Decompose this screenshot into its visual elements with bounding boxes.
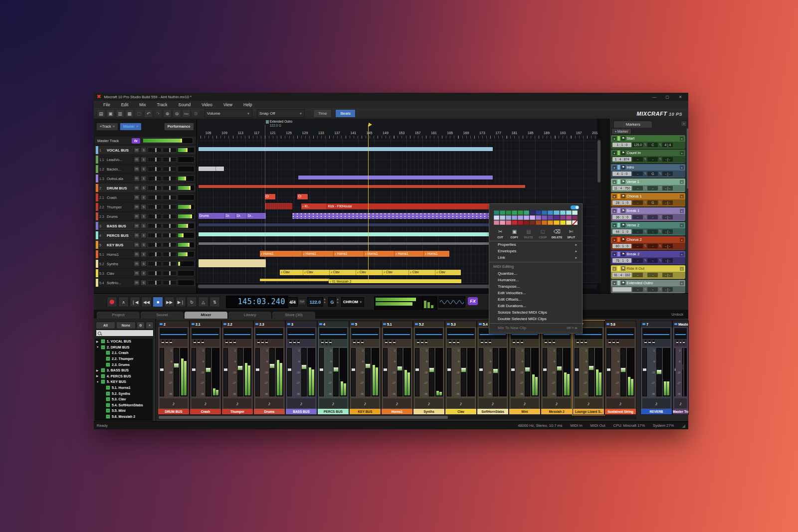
send-slider[interactable] <box>485 340 487 345</box>
spinner-icon[interactable]: ⇅ <box>644 273 646 277</box>
solo-button[interactable]: s <box>141 280 147 286</box>
spinner-icon[interactable]: ⇅ <box>659 157 661 162</box>
search-input[interactable] <box>96 330 154 337</box>
volume-slider[interactable] <box>148 185 162 190</box>
add-track-button[interactable]: +Track≡ <box>96 123 118 131</box>
solo-button[interactable]: s <box>141 242 147 248</box>
solo-button[interactable]: s <box>141 194 147 200</box>
menu-item-double-selected-midi-clips[interactable]: Double Selected MIDI Clips <box>489 316 582 322</box>
tree-item-4-percs-bus[interactable]: ▶4. PERCS BUS <box>95 373 153 379</box>
mute-button[interactable]: m <box>134 280 140 286</box>
expand-icon[interactable]: ▸ <box>612 281 616 285</box>
mute-button[interactable]: m <box>134 204 140 210</box>
send-slider[interactable] <box>417 340 419 345</box>
clip[interactable] <box>199 259 266 267</box>
marker-position-field[interactable]: 36 : 1 : 0 <box>612 215 631 219</box>
send-slider[interactable] <box>298 340 299 345</box>
color-swatch[interactable] <box>494 215 499 220</box>
trim-fader[interactable] <box>447 348 451 396</box>
track-row-crash[interactable]: 2.1Crashms <box>95 193 196 202</box>
volume-fader[interactable] <box>365 348 371 396</box>
tempo-display[interactable]: 122.0 <box>307 297 323 307</box>
track-row-key-bus[interactable]: 5KEY BUSms <box>95 240 196 249</box>
track-row-percs-bus[interactable]: 4PERCS BUSms <box>95 231 196 240</box>
color-swatch[interactable] <box>542 210 547 215</box>
clip[interactable] <box>199 185 525 188</box>
expand-icon[interactable]: ▸ <box>612 151 616 155</box>
eq-display[interactable] <box>160 328 188 339</box>
fast-forward-button[interactable]: ▶▶ <box>164 297 175 307</box>
solo-button[interactable]: s <box>141 261 147 267</box>
clip[interactable] <box>199 147 493 151</box>
resize-grip[interactable]: ◢ <box>682 423 685 428</box>
solo-button[interactable]: s <box>141 147 147 153</box>
pan-slider[interactable] <box>163 271 177 276</box>
send-slider[interactable] <box>585 340 587 345</box>
fx-button[interactable]: fx <box>132 138 140 144</box>
send-slider[interactable] <box>453 340 455 345</box>
spinner-icon[interactable]: ⇅ <box>644 143 646 147</box>
chevron-right-icon[interactable]: ▶ <box>96 369 99 372</box>
track-row-softho[interactable]: 5.4SoftHo...ms <box>95 278 196 287</box>
trim-fader[interactable] <box>543 348 547 396</box>
tree-item-5-3-clav[interactable]: 5.3. Clav <box>95 396 153 402</box>
color-swatch[interactable] <box>530 210 535 215</box>
send-slider[interactable] <box>617 340 618 345</box>
new-project-icon[interactable]: ▤ <box>97 109 105 118</box>
marker-signature-field[interactable]: 4 | 4 <box>662 143 673 147</box>
cut-button[interactable]: ✂CUT <box>494 229 507 239</box>
send-slider[interactable] <box>354 340 355 345</box>
marker-tempo-field[interactable]: - <box>632 200 643 205</box>
checkbox-icon[interactable] <box>106 351 110 355</box>
checkbox-icon[interactable] <box>101 379 105 384</box>
send-slider[interactable] <box>262 340 263 345</box>
pan-slider[interactable] <box>163 233 177 238</box>
clip-cr[interactable]: Cr <box>297 194 308 199</box>
expand-icon[interactable]: ▸ <box>612 180 616 184</box>
color-swatch[interactable] <box>494 210 499 215</box>
menu-item-edit-offsets[interactable]: Edit Offsets... <box>489 296 582 303</box>
trim-fader[interactable] <box>255 348 260 396</box>
spinner-icon[interactable]: ⇅ <box>659 287 661 292</box>
send-slider[interactable] <box>425 340 427 345</box>
clip-clav[interactable]: ♪ Clav <box>356 270 384 275</box>
volume-fader[interactable] <box>301 348 307 396</box>
marker-signature-field[interactable]: - | - <box>662 215 673 219</box>
no-color-swatch[interactable] <box>572 220 578 225</box>
trim-fader[interactable] <box>351 348 356 396</box>
pan-slider[interactable] <box>163 252 177 257</box>
record-button[interactable] <box>107 297 117 307</box>
checkbox-icon[interactable] <box>106 391 110 396</box>
tab-library[interactable]: Library <box>228 312 271 319</box>
color-swatch[interactable] <box>554 210 559 215</box>
clip-horns1[interactable]: ♪ Horns1 <box>302 251 335 257</box>
marker-key-field[interactable]: - <box>647 186 658 190</box>
master-track-row[interactable]: Master Track fx <box>95 137 196 145</box>
mixer-strip-messiah-2[interactable]: 5.60-9-18-27-36♪Messiah 2 <box>541 321 573 415</box>
send-slider[interactable] <box>162 340 164 345</box>
status-midi-in[interactable]: MIDI In <box>570 423 582 428</box>
send-slider[interactable] <box>545 340 547 345</box>
spinner-icon[interactable]: ⇅ <box>644 244 646 248</box>
delete-button[interactable]: ⌫DELETE <box>551 229 564 239</box>
send-slider[interactable] <box>386 340 387 345</box>
color-swatch[interactable] <box>566 210 572 215</box>
chevron-right-icon[interactable]: ▶ <box>96 340 99 343</box>
send-slider[interactable] <box>549 340 551 345</box>
key-display[interactable]: G <box>328 297 336 307</box>
volume-fader[interactable] <box>525 348 530 396</box>
mixer-toggle-button[interactable]: ⇅ <box>209 297 220 307</box>
marker-signature-field[interactable]: - | - <box>662 258 673 263</box>
scrollbar-thumb[interactable] <box>159 416 448 419</box>
spinner-icon[interactable]: ⇅ <box>644 258 646 263</box>
tap-tempo-button[interactable]: TAP <box>298 299 306 305</box>
send-slider[interactable] <box>677 340 678 345</box>
mixer-strip-mini[interactable]: 5.50-9-18-27-36♪Mini <box>509 321 541 415</box>
trim-fader[interactable] <box>415 348 419 396</box>
spinner-icon[interactable]: ⇅ <box>659 172 661 176</box>
snap-select[interactable]: Snap Off▼ <box>257 109 305 118</box>
spinner-icon[interactable]: ⇅ <box>644 172 646 176</box>
send-slider[interactable] <box>683 340 684 345</box>
marker-key-field[interactable]: - <box>647 215 658 219</box>
pan-slider[interactable] <box>163 223 177 228</box>
